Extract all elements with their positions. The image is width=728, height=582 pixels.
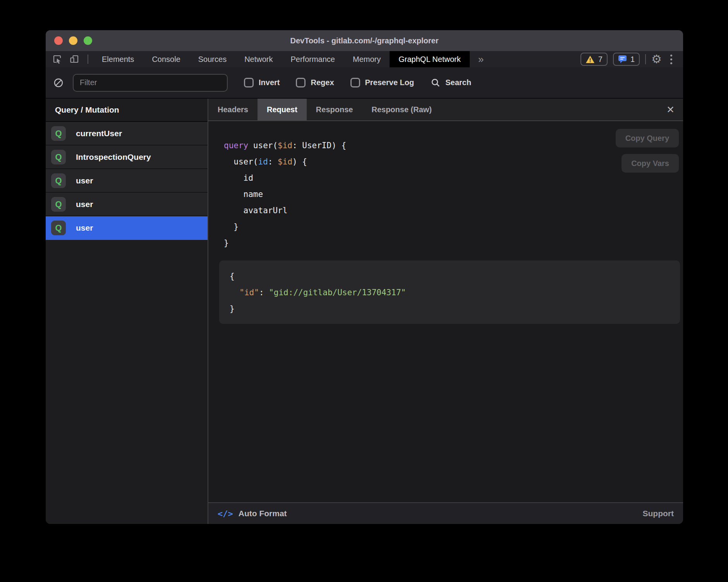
warnings-badge[interactable]: 7 — [580, 53, 608, 66]
copy-buttons: Copy Query Copy Vars — [616, 129, 679, 173]
code-line: } — [224, 235, 683, 251]
tabbar-right-controls: 7 1 ⚙ — [580, 51, 683, 67]
zoom-window-button[interactable] — [84, 36, 92, 45]
query-item-label: currentUser — [76, 129, 122, 138]
inspect-element-icon[interactable] — [52, 54, 63, 65]
token-plain: : — [259, 288, 269, 297]
device-toolbar-icon[interactable] — [69, 54, 80, 65]
preserve-log-checkbox[interactable] — [350, 78, 360, 87]
warning-icon — [585, 55, 595, 63]
query-variables-box: { "id": "gid://gitlab/User/13704317"} — [219, 260, 680, 324]
query-type-badge: Q — [51, 197, 66, 212]
token-argument: id — [258, 157, 268, 166]
query-type-badge: Q — [51, 173, 66, 188]
query-item-label: user — [76, 200, 93, 209]
minimize-window-button[interactable] — [69, 36, 77, 45]
tab-headers[interactable]: Headers — [208, 99, 258, 120]
search-label: Search — [445, 78, 471, 87]
code-line: } — [224, 219, 683, 235]
regex-checkbox-group: Regex — [296, 78, 334, 87]
tab-elements[interactable]: Elements — [93, 51, 143, 67]
code-line: } — [230, 301, 680, 317]
token-plain: user( — [248, 141, 278, 150]
code-line: user(id: $id) { — [224, 154, 683, 170]
token-json-key: "id" — [239, 288, 259, 297]
regex-checkbox[interactable] — [296, 78, 306, 87]
token-plain — [230, 288, 239, 297]
copy-vars-button[interactable]: Copy Vars — [622, 154, 679, 173]
more-tabs-chevron-icon[interactable]: » — [470, 51, 492, 67]
tab-memory[interactable]: Memory — [344, 51, 390, 67]
invert-checkbox[interactable] — [244, 78, 254, 87]
tab-graphql-network[interactable]: GraphQL Network — [390, 51, 469, 67]
title-bar: DevTools - gitlab.com/-/graphql-explorer — [46, 30, 683, 51]
traffic-lights — [54, 36, 92, 45]
tab-sources[interactable]: Sources — [189, 51, 235, 67]
invert-checkbox-group: Invert — [244, 78, 280, 87]
query-list-panel: Query / Mutation Q currentUser Q Introsp… — [46, 99, 208, 524]
search-icon — [430, 77, 441, 88]
code-line: avatarUrl — [224, 202, 683, 219]
query-item-label: user — [76, 176, 93, 185]
auto-format-label: Auto Format — [239, 509, 287, 518]
clear-block-icon[interactable] — [53, 77, 64, 89]
token-plain: : UserID) { — [292, 141, 346, 150]
message-icon — [618, 55, 627, 63]
token-plain: user( — [224, 157, 258, 166]
regex-label: Regex — [311, 78, 334, 87]
token-json-string: "gid://gitlab/User/13704317" — [269, 288, 406, 297]
code-line: name — [224, 186, 683, 202]
query-list-header: Query / Mutation — [46, 99, 208, 122]
token-plain: : — [268, 157, 278, 166]
code-line: id — [224, 170, 683, 186]
query-list-item-user-2[interactable]: Q user — [46, 193, 208, 216]
code-brackets-icon: </> — [218, 509, 233, 519]
filter-toolbar: Invert Regex Preserve Log Search — [46, 67, 683, 99]
auto-format-button[interactable]: </> Auto Format — [218, 509, 287, 519]
more-options-kebab-icon[interactable] — [667, 55, 675, 64]
close-detail-icon[interactable]: ✕ — [666, 104, 675, 115]
preserve-log-label: Preserve Log — [365, 78, 414, 87]
token-plain: ) { — [292, 157, 307, 166]
tab-response-raw[interactable]: Response (Raw) — [362, 99, 441, 120]
request-body: query user($id: UserID) { user(id: $id) … — [208, 121, 683, 502]
search-button[interactable]: Search — [430, 77, 471, 88]
copy-query-button[interactable]: Copy Query — [616, 129, 679, 147]
issues-badge[interactable]: 1 — [613, 53, 640, 66]
controls-separator — [645, 54, 646, 64]
query-list-item-user-1[interactable]: Q user — [46, 169, 208, 193]
preserve-log-checkbox-group: Preserve Log — [350, 78, 414, 87]
query-type-badge: Q — [51, 221, 66, 235]
support-link[interactable]: Support — [643, 509, 674, 518]
invert-label: Invert — [259, 78, 280, 87]
tab-performance[interactable]: Performance — [282, 51, 344, 67]
status-bar: </> Auto Format Support — [208, 502, 683, 524]
tab-response[interactable]: Response — [307, 99, 362, 120]
query-type-badge: Q — [51, 126, 66, 141]
close-window-button[interactable] — [54, 36, 63, 45]
query-item-label: IntrospectionQuery — [76, 152, 151, 162]
query-type-badge: Q — [51, 150, 66, 164]
token-variable: $id — [278, 141, 292, 150]
main-content: Query / Mutation Q currentUser Q Introsp… — [46, 99, 683, 524]
code-line: "id": "gid://gitlab/User/13704317" — [230, 284, 680, 301]
window-title: DevTools - gitlab.com/-/graphql-explorer — [290, 36, 438, 45]
token-keyword: query — [224, 141, 248, 150]
tab-request[interactable]: Request — [258, 99, 307, 120]
issues-count: 1 — [630, 55, 635, 64]
code-line: query user($id: UserID) { — [224, 137, 683, 154]
tab-network[interactable]: Network — [235, 51, 282, 67]
query-list-item-user-3-selected[interactable]: Q user — [46, 216, 208, 240]
filter-input[interactable] — [73, 74, 228, 92]
warnings-count: 7 — [598, 55, 603, 64]
tab-console[interactable]: Console — [143, 51, 189, 67]
graphql-query-code: query user($id: UserID) { user(id: $id) … — [208, 121, 683, 251]
query-list-item-currentuser[interactable]: Q currentUser — [46, 122, 208, 146]
devtools-tab-bar: Elements Console Sources Network Perform… — [46, 51, 683, 67]
tabbar-separator — [88, 55, 88, 64]
query-list-item-introspectionquery[interactable]: Q IntrospectionQuery — [46, 146, 208, 169]
query-item-label: user — [76, 223, 93, 233]
settings-gear-icon[interactable]: ⚙ — [651, 53, 662, 65]
code-line: { — [230, 268, 680, 284]
devtools-window: DevTools - gitlab.com/-/graphql-explorer… — [46, 30, 683, 524]
